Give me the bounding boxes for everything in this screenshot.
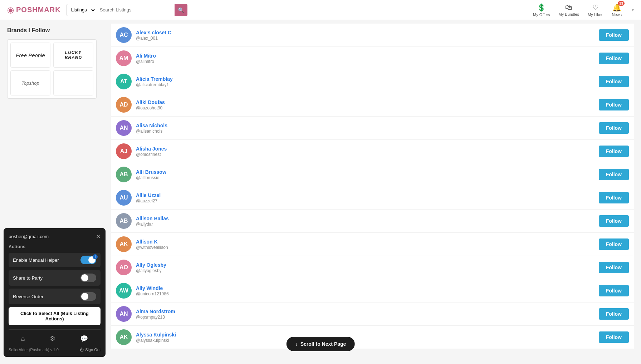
sign-out-button[interactable]: ⏻ Sign Out (80, 348, 101, 352)
enable-manual-helper-row: Enable Manual Helper i (9, 253, 101, 267)
user-info: Alma Nordstrom @opsmpay213 (136, 309, 594, 320)
search-input[interactable] (96, 4, 175, 16)
follow-button[interactable]: Follow (599, 53, 629, 64)
avatar: AC (116, 27, 132, 43)
user-name: Aliki Doufas (136, 99, 594, 105)
offers-icon: 💲 (537, 3, 546, 12)
user-handle: @ohiosfinest (136, 152, 594, 157)
scroll-next-icon: ↓ (295, 341, 298, 347)
follow-button[interactable]: Follow (599, 169, 629, 180)
follow-button[interactable]: Follow (599, 76, 629, 87)
avatar: AW (116, 283, 132, 299)
avatar: AN (116, 120, 132, 136)
user-name: Alma Nordstrom (136, 309, 594, 314)
follow-button[interactable]: Follow (599, 308, 629, 320)
user-info: Ally Windle @unicorn121986 (136, 285, 594, 296)
user-info: Allison Ballas @allydar (136, 216, 594, 227)
nav-bundles-label: My Bundles (559, 12, 579, 16)
user-info: Alli Brussow @allibrussie (136, 169, 594, 180)
top-nav: 💲 My Offers 🛍 My Bundles ♡ My Likes 🔔 33… (533, 3, 634, 17)
follow-button[interactable]: Follow (599, 238, 629, 250)
follow-button[interactable]: Follow (599, 99, 629, 110)
brand-free-people[interactable]: Free People (10, 43, 50, 68)
widget-version: SellerAider (Poshmark) v.1.0 (9, 348, 59, 352)
enable-manual-helper-toggle[interactable]: i (80, 256, 96, 264)
share-to-party-button[interactable]: Share to Party (9, 270, 101, 286)
logo-text: POSHMARK (16, 6, 61, 14)
user-name: Alex's closet C (136, 30, 594, 35)
user-info: Alicia Tremblay @aliciatremblay1 (136, 76, 594, 87)
user-row: AT Alicia Tremblay @aliciatremblay1 Foll… (111, 70, 634, 93)
follow-button[interactable]: Follow (599, 285, 629, 296)
share-to-party-toggle[interactable] (80, 274, 96, 282)
follow-button[interactable]: Follow (599, 215, 629, 227)
user-row: AM Ali Mitro @alimitro Follow (111, 47, 634, 70)
widget-header: posher@gmail.com ✕ (9, 233, 101, 240)
avatar: AB (116, 213, 132, 229)
follow-button[interactable]: Follow (599, 331, 629, 343)
profile-chevron-icon[interactable]: ▾ (632, 8, 634, 13)
nav-news-label: News (612, 13, 622, 17)
avatar: AT (116, 74, 132, 89)
user-info: Alisha Jones @ohiosfinest (136, 146, 594, 157)
user-row: AB Allison Ballas @allydar Follow (111, 210, 634, 233)
avatar: AD (116, 97, 132, 113)
user-handle: @alyssakulpinski (136, 338, 594, 343)
bulk-select-button[interactable]: Click to Select All (Bulk Listing Action… (9, 307, 101, 325)
widget-home-icon[interactable]: ⌂ (20, 334, 26, 344)
user-handle: @auzzel27 (136, 198, 594, 203)
widget-close-button[interactable]: ✕ (96, 233, 101, 240)
widget-settings-icon[interactable]: ⚙ (48, 333, 57, 344)
user-handle: @alex_001 (136, 36, 594, 41)
nav-news[interactable]: 🔔 33 News (612, 3, 622, 17)
follow-button[interactable]: Follow (599, 29, 629, 41)
user-info: Alisa Nichols @alisanichols (136, 123, 594, 134)
user-name: Allison Ballas (136, 216, 594, 221)
user-info: Alex's closet C @alex_001 (136, 30, 594, 41)
follow-button[interactable]: Follow (599, 146, 629, 157)
nav-my-bundles[interactable]: 🛍 My Bundles (559, 3, 579, 16)
reverse-order-toggle[interactable] (80, 292, 96, 301)
user-handle: @ouzoshot90 (136, 105, 594, 110)
follow-button[interactable]: Follow (599, 192, 629, 203)
avatar: AK (116, 329, 132, 345)
widget-email: posher@gmail.com (9, 234, 49, 239)
widget-chat-icon[interactable]: 💬 (79, 333, 89, 344)
user-row: AK Alyssa Kulpinski @alyssakulpinski Fol… (111, 326, 634, 349)
user-info: Ally Oglesby @allyoglesby (136, 262, 594, 273)
brand-topshop[interactable]: Topshop (10, 70, 50, 95)
reverse-order-button[interactable]: Reverse Order (9, 289, 101, 304)
nav-my-likes[interactable]: ♡ My Likes (588, 3, 603, 17)
user-list-area: AC Alex's closet C @alex_001 Follow AM A… (104, 20, 641, 364)
brand-lucky-brand[interactable]: LUCKYBRAND (53, 43, 93, 68)
sign-out-label: Sign Out (85, 348, 101, 352)
sign-out-icon: ⏻ (80, 348, 84, 352)
brands-grid: Free People LUCKYBRAND Topshop (7, 39, 97, 99)
header: ◉ POSHMARK Listings 🔍 💲 My Offers 🛍 My B… (0, 0, 641, 20)
news-badge: 33 (618, 1, 625, 6)
widget-actions-label: Actions (9, 244, 101, 249)
scroll-next-page-button[interactable]: ↓ Scroll to Next Page (287, 337, 355, 351)
search-dropdown[interactable]: Listings (67, 4, 96, 16)
reverse-order-label: Reverse Order (13, 294, 43, 299)
user-name: Alisha Jones (136, 146, 594, 152)
follow-button[interactable]: Follow (599, 122, 629, 134)
nav-my-offers[interactable]: 💲 My Offers (533, 3, 550, 17)
widget-footer: SellerAider (Poshmark) v.1.0 ⏻ Sign Out (9, 348, 101, 352)
user-name: Ali Mitro (136, 53, 594, 59)
logo[interactable]: ◉ POSHMARK (7, 5, 61, 15)
toggle-thumb (81, 274, 88, 281)
avatar: AU (116, 190, 132, 206)
user-row: AN Alma Nordstrom @opsmpay213 Follow (111, 302, 634, 326)
nav-likes-label: My Likes (588, 13, 603, 17)
enable-manual-helper-label: Enable Manual Helper (13, 257, 59, 263)
user-name: Ally Windle (136, 285, 594, 291)
follow-button[interactable]: Follow (599, 262, 629, 273)
user-row: AO Ally Oglesby @allyoglesby Follow (111, 256, 634, 279)
scroll-next-label: Scroll to Next Page (300, 341, 346, 347)
user-name: Allison K (136, 239, 594, 245)
search-button[interactable]: 🔍 (175, 4, 187, 16)
brand-name: Free People (16, 52, 45, 58)
user-row: AJ Alisha Jones @ohiosfinest Follow (111, 140, 634, 163)
user-name: Alli Brussow (136, 169, 594, 175)
